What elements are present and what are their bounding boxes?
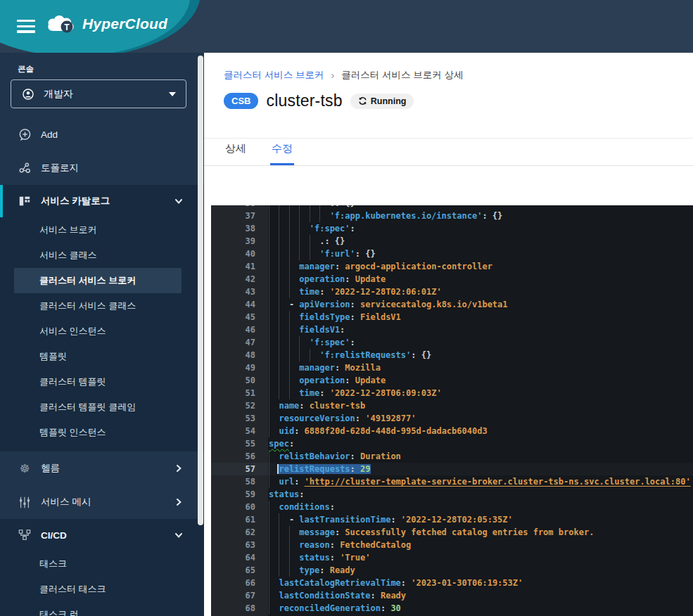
sidebar-item-템플릿[interactable]: 템플릿	[0, 344, 204, 369]
sidebar-item-클러스터-서비스-클래스[interactable]: 클러스터 서비스 클래스	[0, 293, 204, 319]
code-line[interactable]: 66 lastCatalogRetrievalTime: '2023-01-30…	[211, 577, 693, 589]
code-content: 'f:app.kubernetes.io/instance': {}	[268, 210, 693, 222]
code-line[interactable]: 52 name: cluster-tsb	[211, 399, 693, 412]
code-line[interactable]: 41 manager: argocd-application-controlle…	[211, 260, 693, 273]
line-number: 52	[211, 399, 268, 412]
code-line[interactable]: 42 operation: Update	[211, 273, 693, 285]
code-line[interactable]: 63 reason: FetchedCatalog	[211, 539, 693, 551]
console-label: 콘솔	[0, 53, 204, 75]
sidebar-item-클러스터-템플릿-클레임[interactable]: 클러스터 템플릿 클레임	[0, 394, 204, 420]
code-content: time: '2022-12-28T06:09:03Z'	[268, 387, 693, 399]
code-line[interactable]: 48 'f:relistRequests': {}	[211, 349, 693, 361]
code-line[interactable]: 68 reconciledGeneration: 30	[211, 602, 693, 615]
tab-수정[interactable]: 수정	[270, 142, 294, 165]
chevron-down-icon	[174, 531, 183, 539]
line-number: 37	[211, 210, 268, 222]
code-content: manager: argocd-application-controller	[268, 260, 693, 273]
line-number: 45	[211, 311, 268, 323]
code-line[interactable]: 39 .: {}	[211, 235, 693, 248]
sidebar-item-add[interactable]: Add	[0, 117, 204, 151]
code-line[interactable]: 56 relistBehavior: Duration	[211, 450, 693, 463]
code-line[interactable]: 51 time: '2022-12-28T06:09:03Z'	[211, 387, 693, 399]
code-content: fieldsType: FieldsV1	[268, 311, 693, 323]
code-content: 'f:relistRequests': {}	[268, 349, 693, 361]
code-content: operation: Update	[268, 374, 693, 387]
code-line[interactable]: 59status:	[211, 488, 693, 501]
code-line[interactable]: 50 operation: Update	[211, 374, 693, 387]
code-line[interactable]: 46 fieldsV1:	[211, 323, 693, 336]
sidebar-group-ci-cd-header[interactable]: CI/CD	[0, 519, 204, 551]
code-line[interactable]: 58 url: 'http://cluster-template-service…	[211, 475, 693, 488]
sidebar-item-label: Add	[41, 129, 183, 140]
code-line[interactable]: 44 - apiVersion: servicecatalog.k8s.io/v…	[211, 298, 693, 311]
sidebar-item-서비스-브로커[interactable]: 서비스 브로커	[0, 217, 204, 243]
line-number: 49	[211, 361, 268, 374]
sidebar-group-서비스-카탈로그: 서비스 카탈로그서비스 브로커서비스 클래스클러스터 서비스 브로커클러스터 서…	[0, 185, 204, 451]
code-line[interactable]: 37 'f:app.kubernetes.io/instance': {}	[211, 210, 693, 222]
tab-bar: 상세수정	[204, 138, 693, 166]
perspective-dropdown[interactable]: 개발자	[11, 79, 186, 108]
line-number: 64	[211, 551, 268, 564]
line-number: 66	[211, 577, 268, 589]
code-content: .: {}	[268, 235, 693, 248]
code-line[interactable]: 47 'f:spec':	[211, 336, 693, 349]
code-line[interactable]: 55spec:	[211, 437, 693, 450]
line-number: 58	[211, 475, 268, 488]
sidebar-item-서비스-메시[interactable]: 서비스 메시	[0, 485, 204, 519]
breadcrumb-separator: ›	[331, 70, 335, 81]
code-line[interactable]: 49 manager: Mozilla	[211, 361, 693, 374]
perspective-value: 개발자	[44, 88, 169, 101]
chevron-right-icon	[174, 498, 183, 506]
code-content: reason: FetchedCatalog	[268, 539, 693, 551]
sidebar-nav: Add토폴로지서비스 카탈로그서비스 브로커서비스 클래스클러스터 서비스 브로…	[0, 117, 204, 616]
sidebar-group-서비스-카탈로그-header[interactable]: 서비스 카탈로그	[0, 185, 204, 217]
chevron-down-icon	[174, 197, 183, 205]
line-number: 51	[211, 387, 268, 399]
sidebar-item-label: 헬름	[41, 462, 174, 475]
sync-icon	[358, 96, 367, 105]
hamburger-menu-icon[interactable]	[17, 20, 35, 34]
code-content: time: '2022-12-28T02:06:01Z'	[268, 285, 693, 298]
sidebar-item-클러스터-서비스-브로커[interactable]: 클러스터 서비스 브로커	[14, 268, 182, 293]
chevron-right-icon	[174, 464, 183, 473]
code-line[interactable]: 65 type: Ready	[211, 564, 693, 577]
yaml-editor[interactable]: 36 .: {}37 'f:app.kubernetes.io/instance…	[211, 205, 693, 616]
code-content: lastConditionState: Ready	[268, 589, 693, 602]
code-line[interactable]: 43 time: '2022-12-28T02:06:01Z'	[211, 285, 693, 298]
sidebar-item-토폴로지[interactable]: 토폴로지	[0, 151, 204, 185]
svg-text:T: T	[64, 23, 70, 32]
code-line[interactable]: 60 conditions:	[211, 501, 693, 513]
sidebar-item-label: 토폴로지	[41, 162, 183, 174]
sidebar-item-서비스-클래스[interactable]: 서비스 클래스	[0, 243, 204, 268]
code-line[interactable]: 45 fieldsType: FieldsV1	[211, 311, 693, 323]
code-line[interactable]: 40 'f:url': {}	[211, 248, 693, 260]
sidebar-item-태스크-런[interactable]: 태스크 런	[0, 602, 204, 616]
line-number: 55	[211, 437, 268, 450]
status-badge: Running	[350, 94, 414, 109]
code-line[interactable]: 61 - lastTransitionTime: '2022-12-28T02:…	[211, 513, 693, 526]
code-line[interactable]: 62 message: Successfully fetched catalog…	[211, 526, 693, 539]
sidebar-item-클러스터-템플릿[interactable]: 클러스터 템플릿	[0, 369, 204, 394]
brand-logo[interactable]: T HyperCloud	[46, 13, 167, 35]
app-root: T HyperCloud 콘솔 개발자 Add토폴로지서비스 카탈로그서비스 브…	[0, 0, 693, 616]
code-line[interactable]: 57 relistRequests: 29	[211, 463, 693, 475]
line-number: 50	[211, 374, 268, 387]
code-line[interactable]: 54 uid: 6888f20d-628d-448d-995d-dadacb60…	[211, 425, 693, 437]
sidebar-item-클러스터-태스크[interactable]: 클러스터 태스크	[0, 577, 204, 602]
line-number: 67	[211, 589, 268, 602]
sidebar-item-템플릿-인스턴스[interactable]: 템플릿 인스턴스	[0, 420, 204, 445]
line-number: 63	[211, 539, 268, 551]
cloud-t-logo-icon: T	[46, 13, 77, 35]
sidebar-scrollbar[interactable]	[198, 56, 203, 525]
resource-kind-badge: CSB	[224, 93, 258, 109]
tab-상세[interactable]: 상세	[224, 142, 248, 165]
sidebar-item-서비스-인스턴스[interactable]: 서비스 인스턴스	[0, 319, 204, 344]
code-line[interactable]: 38 'f:spec':	[211, 222, 693, 235]
code-line[interactable]: 64 status: 'True'	[211, 551, 693, 564]
code-line[interactable]: 53 resourceVersion: '49192877'	[211, 412, 693, 425]
breadcrumb-link[interactable]: 클러스터 서비스 브로커	[224, 69, 324, 82]
sidebar-item-헬름[interactable]: ☸헬름	[0, 451, 204, 485]
sidebar-item-태스크[interactable]: 태스크	[0, 551, 204, 577]
code-line[interactable]: 67 lastConditionState: Ready	[211, 589, 693, 602]
sidebar: 콘솔 개발자 Add토폴로지서비스 카탈로그서비스 브로커서비스 클래스클러스터…	[0, 53, 204, 616]
